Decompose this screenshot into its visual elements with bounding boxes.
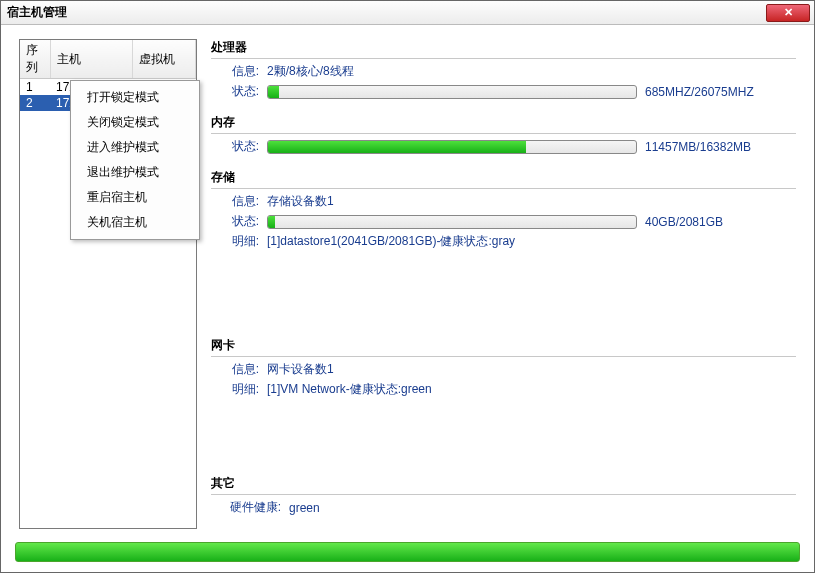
cpu-progress — [267, 85, 637, 99]
host-list-panel: 序列 主机 虚拟机 1 172.17.1.253 13 2 172.17.1.2… — [19, 39, 197, 529]
host-management-window: 宿主机管理 ✕ 序列 主机 虚拟机 1 172.17.1.253 — [0, 0, 815, 573]
hw-health-value: green — [289, 501, 320, 515]
storage-progress-fill — [268, 216, 275, 228]
storage-status-value: 40GB/2081GB — [645, 215, 723, 229]
label-detail: 明细: — [225, 233, 259, 250]
label-status: 状态: — [225, 213, 259, 230]
storage-info-value: 存储设备数1 — [267, 193, 334, 210]
menu-exit-maintenance[interactable]: 退出维护模式 — [71, 160, 199, 185]
col-host-header[interactable]: 主机 — [50, 40, 132, 79]
section-cpu-title: 处理器 — [211, 39, 796, 59]
cell: 2 — [20, 95, 50, 111]
cpu-info-value: 2颗/8核心/8线程 — [267, 63, 354, 80]
label-info: 信息: — [225, 193, 259, 210]
detail-panel: 处理器 信息: 2颗/8核心/8线程 状态: 685MHZ/26075MHZ 内… — [211, 39, 796, 562]
nic-detail-value: [1]VM Network-健康状态:green — [267, 381, 432, 398]
label-status: 状态: — [225, 138, 259, 155]
storage-progress — [267, 215, 637, 229]
mem-progress — [267, 140, 637, 154]
close-button[interactable]: ✕ — [766, 4, 810, 22]
menu-reboot-host[interactable]: 重启宿主机 — [71, 185, 199, 210]
section-nic-title: 网卡 — [211, 337, 796, 357]
label-info: 信息: — [225, 361, 259, 378]
section-other-title: 其它 — [211, 475, 796, 495]
label-info: 信息: — [225, 63, 259, 80]
cpu-status-value: 685MHZ/26075MHZ — [645, 85, 754, 99]
label-status: 状态: — [225, 83, 259, 100]
label-detail: 明细: — [225, 381, 259, 398]
storage-detail-value: [1]datastore1(2041GB/2081GB)-健康状态:gray — [267, 233, 515, 250]
col-seq-header[interactable]: 序列 — [20, 40, 50, 79]
titlebar: 宿主机管理 ✕ — [1, 1, 814, 25]
mem-status-value: 11457MB/16382MB — [645, 140, 751, 154]
col-vms-header[interactable]: 虚拟机 — [132, 40, 195, 79]
footer-status-bar — [15, 542, 800, 562]
menu-enter-maintenance[interactable]: 进入维护模式 — [71, 135, 199, 160]
section-mem-title: 内存 — [211, 114, 796, 134]
window-title: 宿主机管理 — [7, 4, 67, 21]
menu-shutdown-host[interactable]: 关机宿主机 — [71, 210, 199, 235]
hw-health-label: 硬件健康: — [225, 499, 281, 516]
close-icon: ✕ — [784, 6, 793, 19]
cpu-progress-fill — [268, 86, 279, 98]
main-body: 序列 主机 虚拟机 1 172.17.1.253 13 2 172.17.1.2… — [1, 25, 814, 572]
host-context-menu: 打开锁定模式 关闭锁定模式 进入维护模式 退出维护模式 重启宿主机 关机宿主机 — [70, 80, 200, 240]
mem-progress-fill — [268, 141, 526, 153]
menu-close-lock-mode[interactable]: 关闭锁定模式 — [71, 110, 199, 135]
section-storage-title: 存储 — [211, 169, 796, 189]
nic-info-value: 网卡设备数1 — [267, 361, 334, 378]
cell: 1 — [20, 79, 50, 96]
menu-open-lock-mode[interactable]: 打开锁定模式 — [71, 85, 199, 110]
